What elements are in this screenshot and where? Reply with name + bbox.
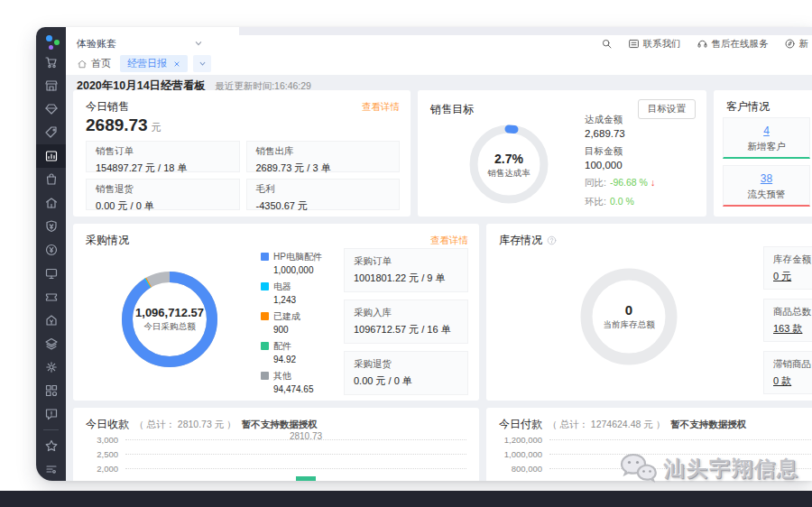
receipts-note: 暂不支持数据授权 bbox=[242, 419, 318, 431]
stat-tile: 商品总数 163 款 bbox=[763, 299, 812, 342]
inventory-amount-link[interactable]: 0 元 bbox=[773, 270, 812, 283]
purchase-legend: HP电脑配件1,000,000 电器1,243 已建成900 配件94.92 其… bbox=[261, 251, 322, 400]
purchase-detail-link[interactable]: 查看详情 bbox=[430, 235, 468, 247]
card-title: 采购情况 bbox=[86, 233, 129, 248]
payments-total: （ 总计： 1274624.48 元 ） bbox=[548, 419, 665, 431]
target-donut-chart: 2.7% 销售达成率 bbox=[467, 123, 550, 206]
legend-item: 配件94.92 bbox=[261, 340, 322, 364]
slow-moving-link[interactable]: 0 款 bbox=[773, 374, 812, 388]
topbar-actions: 联系我们 售后在线服务 新 bbox=[601, 35, 809, 52]
card-title: 库存情况 bbox=[499, 233, 557, 248]
purchase-total-label: 今日采购总额 bbox=[116, 321, 223, 333]
tab-daily-report[interactable]: 经营日报 bbox=[120, 55, 188, 72]
target-stats: 达成金额 2,689.73 目标金额 100,000 同比:-96.68 %↓ … bbox=[585, 114, 655, 208]
yen-circle-icon[interactable] bbox=[36, 238, 66, 262]
sales-stats: 销售订单154897.27 元 / 18 单 销售出库2689.73 元 / 3… bbox=[86, 141, 400, 210]
purchase-card: 采购情况 查看详情 1,096,712.57 今日采购总额 bbox=[73, 224, 479, 401]
app-logo[interactable] bbox=[42, 33, 60, 49]
churn-warning-tile: 38 流失预警 bbox=[723, 165, 810, 207]
layers-icon[interactable] bbox=[36, 332, 66, 355]
gem-icon[interactable] bbox=[36, 97, 66, 121]
feedback-icon[interactable] bbox=[36, 402, 66, 426]
close-icon[interactable] bbox=[173, 60, 180, 68]
monitor-icon[interactable] bbox=[36, 262, 66, 285]
sales-amount: 2689.73元 bbox=[86, 115, 161, 135]
headset-icon bbox=[697, 38, 708, 50]
customer-stats: 4 新增客户 38 流失预警 bbox=[723, 117, 812, 207]
card-title: 今日收款 bbox=[86, 417, 129, 432]
watermark: 汕头宇翔信息 bbox=[619, 452, 799, 484]
list-toggle-icon[interactable] bbox=[36, 457, 66, 481]
target-percent: 2.7% bbox=[467, 152, 550, 166]
yoy-row: 同比:-96.68 %↓ bbox=[585, 177, 655, 189]
tag-icon[interactable] bbox=[36, 121, 66, 144]
shield-yen-icon[interactable] bbox=[36, 215, 66, 238]
chart-icon[interactable] bbox=[36, 144, 66, 168]
inventory-card: 库存情况 0 当前库存总额 库存金额 0 元 bbox=[486, 224, 812, 401]
stat-tile: 采购订单1001801.22 元 / 9 单 bbox=[344, 248, 468, 292]
store-icon[interactable] bbox=[36, 74, 66, 97]
online-service-button[interactable]: 售后在线服务 bbox=[697, 38, 769, 51]
card-title: 今日付款 bbox=[499, 417, 542, 432]
stat-tile: 采购退货0.00 元 / 0 单 bbox=[344, 351, 468, 395]
search-icon bbox=[601, 38, 613, 50]
main-area: 体验账套 联系我们 售后在线服务 新 bbox=[66, 27, 812, 481]
house-yen-icon[interactable] bbox=[36, 309, 66, 332]
product-count-link[interactable]: 163 款 bbox=[773, 322, 812, 336]
bar-value-label: 2810.73 bbox=[277, 431, 335, 441]
sidebar bbox=[36, 27, 66, 481]
star-icon[interactable] bbox=[36, 434, 66, 457]
contact-us-button[interactable]: 联系我们 bbox=[628, 38, 681, 51]
card-title: 客户情况 bbox=[726, 99, 770, 115]
legend-swatch bbox=[261, 372, 269, 380]
grid-icon[interactable] bbox=[36, 379, 66, 402]
receipts-bar bbox=[296, 476, 316, 481]
ticket-icon[interactable] bbox=[36, 285, 66, 309]
chevron-down-icon bbox=[194, 39, 203, 48]
legend-item: HP电脑配件1,000,000 bbox=[261, 251, 322, 275]
inventory-donut-chart: 0 当前库存总额 bbox=[575, 263, 683, 371]
search-button[interactable] bbox=[601, 38, 613, 50]
stat-tile: 毛利-4350.67 元 bbox=[246, 179, 401, 210]
gear-icon[interactable] bbox=[36, 355, 66, 379]
inventory-total-label: 当前库存总额 bbox=[575, 319, 683, 331]
purchase-donut-chart: 1,096,712.57 今日采购总额 bbox=[116, 266, 223, 373]
today-sales-card: 今日销售 查看详情 2689.73元 销售订单154897.27 元 / 18 … bbox=[73, 90, 411, 217]
wechat-icon bbox=[619, 452, 657, 484]
tabbar: 首页 经营日报 bbox=[66, 52, 812, 76]
help-icon[interactable] bbox=[547, 235, 557, 245]
bag-icon[interactable] bbox=[36, 168, 66, 191]
contact-icon bbox=[628, 38, 640, 50]
topbar: 体验账套 联系我们 售后在线服务 新 bbox=[66, 27, 812, 53]
mom-row: 环比:0.0 % bbox=[585, 196, 655, 208]
sales-target-card: 销售目标 目标设置 2.7% 销售达成率 达成金额 2,689.73 bbox=[418, 90, 706, 217]
tab-list-dropdown[interactable] bbox=[193, 55, 211, 72]
topbar-strip bbox=[239, 27, 812, 35]
stat-tile: 采购入库1096712.57 元 / 16 单 bbox=[344, 300, 468, 344]
stat-tile: 销售订单154897.27 元 / 18 单 bbox=[86, 141, 240, 172]
legend-swatch bbox=[261, 282, 269, 290]
payments-note: 暂不支持数据授权 bbox=[670, 419, 746, 431]
customer-card: 客户情况 4 新增客户 38 流失预警 bbox=[714, 90, 812, 217]
sales-detail-link[interactable]: 查看详情 bbox=[362, 101, 400, 114]
inventory-stats: 库存金额 0 元 商品总数 163 款 滞销商品 0 款 bbox=[763, 246, 812, 403]
home-building-icon[interactable] bbox=[36, 191, 66, 215]
legend-item: 已建成900 bbox=[261, 310, 322, 335]
legend-swatch bbox=[261, 312, 269, 320]
stat-tile: 库存金额 0 元 bbox=[763, 246, 812, 290]
today-receipts-card: 今日收款 （ 总计： 2810.73 元 ） 暂不支持数据授权 3,000 2,… bbox=[73, 408, 479, 481]
app-window: 体验账套 联系我们 售后在线服务 新 bbox=[36, 27, 812, 481]
account-name: 体验账套 bbox=[77, 37, 116, 51]
churn-warning-link[interactable]: 38 bbox=[724, 172, 809, 185]
sidebar-divider bbox=[43, 429, 59, 430]
account-switcher[interactable]: 体验账套 bbox=[77, 35, 203, 51]
guide-button[interactable]: 新 bbox=[784, 38, 809, 51]
cart-icon[interactable] bbox=[36, 51, 66, 74]
legend-item: 电器1,243 bbox=[261, 281, 322, 305]
new-customers-link[interactable]: 4 bbox=[724, 124, 809, 137]
watermark-text: 汕头宇翔信息 bbox=[664, 455, 799, 483]
tab-home[interactable]: 首页 bbox=[77, 52, 111, 75]
inventory-total: 0 bbox=[575, 302, 683, 318]
legend-swatch bbox=[261, 342, 269, 350]
stat-tile: 滞销商品 0 款 bbox=[763, 351, 812, 394]
